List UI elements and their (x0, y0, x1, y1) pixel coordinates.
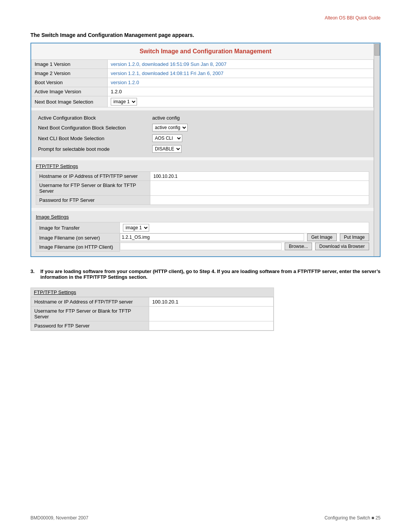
value-password[interactable] (150, 196, 369, 205)
scrollbar-thumb[interactable] (374, 44, 380, 56)
value-next-boot[interactable]: image 1 image 2 (108, 96, 374, 107)
ftp-title: FTP/TFTP Settings (36, 163, 369, 169)
table-row: Next CLI Boot Mode Selection AOS CLI Cis… (36, 133, 369, 144)
label-small-hostname: Hostname or IP Address of FTP/TFTP serve… (31, 297, 149, 307)
scrollbar[interactable] (374, 43, 380, 256)
username-input[interactable] (153, 186, 366, 191)
table-row: Username for FTP Server or Blank for TFT… (31, 307, 274, 321)
prompt-boot-select[interactable]: DISABLE ENABLE (152, 145, 182, 153)
label-prompt-boot: Prompt for selectable boot mode (36, 144, 150, 154)
value-image-filename-http[interactable]: Browse... Download via Browser (120, 243, 369, 250)
mgmt-panel: Switch Image and Configuration Managemen… (30, 43, 381, 257)
password-input[interactable] (153, 198, 366, 203)
value-active-image: 1.2.0 (108, 87, 374, 96)
label-image-filename-http: Image Filename (on HTTP Client) (36, 243, 120, 252)
value-prompt-boot[interactable]: DISABLE ENABLE (150, 144, 369, 154)
table-row: Prompt for selectable boot mode DISABLE … (36, 144, 369, 154)
download-browser-button[interactable]: Download via Browser (315, 243, 369, 250)
value-image-filename-server[interactable]: Get Image Put Image (120, 233, 369, 241)
next-boot-select[interactable]: image 1 image 2 (111, 98, 137, 105)
footer-right: Configuring the Switch ■ 25 (325, 515, 381, 521)
put-image-button[interactable]: Put Image (340, 233, 369, 241)
ftp-table: Hostname or IP Address of FTP/TFTP serve… (36, 171, 369, 205)
get-image-button[interactable]: Get Image (307, 233, 337, 241)
table-row: Image Filename (on server) Get Image Put… (36, 233, 369, 243)
label-boot-version: Boot Version (32, 78, 108, 87)
label-username: Username for FTP Server or Blank for TFT… (36, 181, 150, 196)
table-row: Image for Transfer image 1 image 2 (36, 222, 369, 233)
panel-title: Switch Image and Configuration Managemen… (31, 43, 380, 58)
table-row: Hostname or IP Address of FTP/TFTP serve… (36, 172, 369, 181)
browse-button[interactable]: Browse... (285, 243, 312, 250)
value-username[interactable] (150, 181, 369, 196)
table-row: Active Configuration Block active config (36, 113, 369, 122)
value-image2-version: version 1.2.1, downloaded 14:08:11 Fri J… (108, 69, 374, 78)
value-hostname[interactable] (150, 172, 369, 181)
table-row: Active Image Version 1.2.0 (32, 87, 374, 96)
step3-block: 3. If you are loading software from your… (30, 268, 381, 280)
table-row: Boot Version version 1.2.0 (32, 78, 374, 87)
label-image1-version: Image 1 Version (32, 60, 108, 69)
table-row: Image 1 Version version 1.2.0, downloade… (32, 60, 374, 69)
footer-left: BMD00009, November 2007 (30, 515, 88, 521)
value-small-username[interactable] (149, 307, 274, 321)
label-active-config: Active Configuration Block (36, 113, 150, 122)
label-hostname: Hostname or IP Address of FTP/TFTP serve… (36, 172, 150, 181)
config-block-section: Active Configuration Block active config… (31, 110, 374, 157)
ftp-small-title: FTP/TFTP Settings (31, 288, 274, 297)
value-next-boot-config[interactable]: active config config 1 config 2 (150, 122, 369, 133)
step-number: 3. (30, 268, 38, 274)
label-small-username: Username for FTP Server or Blank for TFT… (31, 307, 149, 321)
next-boot-config-select[interactable]: active config config 1 config 2 (152, 124, 188, 131)
value-boot-version: version 1.2.0 (108, 78, 374, 87)
label-image-transfer: Image for Transfer (36, 222, 120, 233)
image-transfer-select[interactable]: image 1 image 2 (123, 224, 149, 232)
value-active-config: active config (150, 113, 369, 122)
table-row: Image Filename (on HTTP Client) Browse..… (36, 243, 369, 252)
image-table: Image for Transfer image 1 image 2 Image… (36, 222, 369, 252)
section-heading: The Switch Image and Configuration Manag… (30, 32, 381, 38)
label-next-boot: Next Boot Image Selection (32, 96, 108, 107)
value-image1-version: version 1.2.0, downloaded 16:51:09 Sun J… (108, 60, 374, 69)
table-row: Username for FTP Server or Blank for TFT… (36, 181, 369, 196)
cli-boot-select[interactable]: AOS CLI Cisco CLI (152, 134, 182, 142)
label-image-filename-server: Image Filename (on server) (36, 233, 120, 243)
hostname-input[interactable] (153, 174, 366, 179)
value-image-transfer[interactable]: image 1 image 2 (120, 222, 369, 233)
info-table: Image 1 Version version 1.2.0, downloade… (31, 59, 374, 107)
ftp-small-table: Hostname or IP Address of FTP/TFTP serve… (31, 297, 274, 331)
image-settings-title: Image Settings (36, 214, 369, 220)
ftp-small-panel: FTP/TFTP Settings Hostname or IP Address… (30, 288, 274, 331)
image-filename-http-input[interactable] (120, 243, 282, 250)
config-sub-table: Active Configuration Block active config… (36, 113, 369, 154)
label-next-boot-config: Next Boot Configuration Block Selection (36, 122, 150, 133)
image-filename-server-input[interactable] (120, 233, 304, 241)
label-small-password: Password for FTP Server (31, 321, 149, 331)
label-password: Password for FTP Server (36, 196, 150, 205)
table-row: Next Boot Configuration Block Selection … (36, 122, 369, 133)
value-cli-boot[interactable]: AOS CLI Cisco CLI (150, 133, 369, 144)
table-row: Password for FTP Server (31, 321, 274, 331)
table-row: Next Boot Image Selection image 1 image … (32, 96, 374, 107)
ftp-tftp-section: FTP/TFTP Settings Hostname or IP Address… (31, 160, 374, 208)
page: Alteon OS BBI Quick Guide The Switch Ima… (0, 0, 411, 532)
header-title: Alteon OS BBI Quick Guide (30, 15, 381, 21)
label-active-image: Active Image Version (32, 87, 108, 96)
value-small-hostname[interactable]: 100.10.20.1 (149, 297, 274, 307)
footer: BMD00009, November 2007 Configuring the … (30, 515, 381, 521)
value-small-password[interactable] (149, 321, 274, 331)
table-row: Hostname or IP Address of FTP/TFTP serve… (31, 297, 274, 307)
table-row: Image 2 Version version 1.2.1, downloade… (32, 69, 374, 78)
table-row: Password for FTP Server (36, 196, 369, 205)
label-image2-version: Image 2 Version (32, 69, 108, 78)
label-cli-boot: Next CLI Boot Mode Selection (36, 133, 150, 144)
step-text: If you are loading software from your co… (40, 268, 381, 280)
image-settings-section: Image Settings Image for Transfer image … (31, 211, 374, 256)
